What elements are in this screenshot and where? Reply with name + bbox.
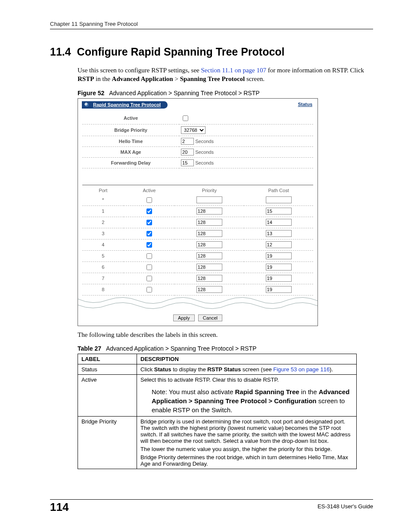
- port-priority-input[interactable]: [196, 241, 222, 248]
- port-pathcost-input[interactable]: [266, 219, 292, 226]
- fwd-delay-input[interactable]: [181, 159, 194, 166]
- page-footer: 114 ES-3148 User's Guide: [50, 499, 373, 514]
- port-pathcost-input[interactable]: [266, 275, 292, 282]
- port-priority-input[interactable]: [196, 219, 222, 226]
- port-pathcost-input[interactable]: [266, 208, 292, 215]
- port-pathcost-input[interactable]: [266, 264, 292, 271]
- cell-priority: [174, 284, 244, 295]
- bridge-priority-select[interactable]: 32768: [181, 126, 206, 134]
- port-priority-input[interactable]: [196, 264, 222, 271]
- cell-path: [244, 228, 313, 239]
- cell-path: [244, 284, 313, 295]
- table-caption: Table 27 Advanced Application > Spanning…: [78, 345, 373, 352]
- table-row: 7: [82, 273, 313, 284]
- section-heading: 11.4 Configure Rapid Spanning Tree Proto…: [50, 46, 373, 58]
- port-priority-input[interactable]: [196, 208, 222, 215]
- table-intro-paragraph: The following table describes the labels…: [78, 330, 373, 339]
- port-priority-input[interactable]: [196, 196, 222, 203]
- status-link[interactable]: Status: [298, 102, 312, 107]
- port-pathcost-input[interactable]: [266, 252, 292, 259]
- port-table: Port Active Priority Path Cost *12345678: [82, 185, 313, 296]
- torn-edge-icon: [78, 296, 318, 310]
- cell-port: 4: [82, 239, 124, 250]
- apply-button[interactable]: Apply: [173, 314, 195, 321]
- cell-port: 1: [82, 205, 124, 217]
- label-fwd-delay: Forwarding Delay: [82, 157, 179, 168]
- label-active: Active: [82, 112, 179, 124]
- cell-label: Status: [78, 364, 137, 374]
- port-pathcost-input[interactable]: [266, 286, 292, 293]
- port-priority-input[interactable]: [196, 230, 222, 237]
- table-row: 6: [82, 261, 313, 273]
- cell-description: Click Status to display the RSTP Status …: [137, 364, 357, 374]
- text: screen.: [245, 75, 265, 82]
- col-port: Port: [82, 185, 124, 195]
- cell-port: *: [82, 195, 124, 206]
- guide-name: ES-3148 User's Guide: [318, 503, 373, 510]
- text: in the: [94, 75, 112, 82]
- port-active-checkbox[interactable]: [146, 287, 152, 292]
- port-active-checkbox[interactable]: [146, 276, 152, 281]
- cell-active: [124, 205, 174, 217]
- cell-path: [244, 273, 313, 284]
- xref-section-11-1[interactable]: Section 11.1 on page 107: [201, 67, 266, 74]
- cell-active: [124, 217, 174, 228]
- port-priority-input[interactable]: [196, 252, 222, 259]
- port-priority-input[interactable]: [196, 286, 222, 293]
- hello-time-input[interactable]: [181, 138, 194, 145]
- cell-priority: [174, 205, 244, 217]
- table-row: 5: [82, 250, 313, 261]
- port-active-checkbox[interactable]: [146, 231, 152, 236]
- port-active-checkbox[interactable]: [146, 242, 152, 248]
- port-active-checkbox[interactable]: [146, 208, 152, 214]
- table-row: Bridge Priority Bridge priority is used …: [78, 416, 357, 469]
- text-bold: Advanced Application: [112, 75, 173, 82]
- port-pathcost-input[interactable]: [266, 196, 292, 203]
- port-active-checkbox[interactable]: [146, 253, 152, 259]
- label-description-table: LABEL DESCRIPTION Status Click Status to…: [78, 354, 357, 469]
- text-bold: RSTP Status: [207, 366, 241, 373]
- cell-port: 2: [82, 217, 124, 228]
- cell-label: Active: [78, 374, 137, 416]
- running-head: Chapter 11 Spanning Tree Protocol: [50, 21, 373, 29]
- port-active-checkbox[interactable]: [146, 220, 152, 225]
- text: in the: [299, 388, 319, 395]
- cell-active: [124, 239, 174, 250]
- active-checkbox[interactable]: [183, 115, 188, 121]
- table-row: *: [82, 195, 313, 206]
- text: Bridge priority is used in determining t…: [140, 418, 353, 444]
- col-label: LABEL: [78, 354, 137, 364]
- text: The lower the numeric value you assign, …: [140, 446, 353, 452]
- cell-priority: [174, 195, 244, 206]
- table-row: 4: [82, 239, 313, 250]
- cell-active: [124, 195, 174, 206]
- seconds-label: Seconds: [195, 160, 214, 165]
- screen-title-tab: Rapid Spanning Tree Protocol: [82, 101, 168, 109]
- label-hello-time: Hello Time: [82, 136, 179, 146]
- text-bold: RSTP: [78, 75, 94, 82]
- text: Use this screen to configure RSTP settin…: [78, 67, 201, 74]
- text: Select this to activate RSTP. Clear this…: [140, 376, 353, 383]
- cell-active: [124, 284, 174, 295]
- figure-caption-text: Advanced Application > Spanning Tree Pro…: [109, 90, 259, 96]
- max-age-input[interactable]: [181, 149, 194, 156]
- cell-port: 3: [82, 228, 124, 239]
- port-priority-input[interactable]: [196, 275, 222, 282]
- port-pathcost-input[interactable]: [266, 241, 292, 248]
- text: Click: [140, 366, 154, 373]
- cell-priority: [174, 261, 244, 273]
- text: >: [173, 75, 180, 82]
- cancel-button[interactable]: Cancel: [198, 314, 222, 321]
- port-active-checkbox[interactable]: [146, 264, 152, 270]
- table-row: Status Click Status to display the RSTP …: [78, 364, 357, 374]
- col-active: Active: [124, 185, 174, 195]
- cell-active: [124, 261, 174, 273]
- table-row: Active Select this to activate RSTP. Cle…: [78, 374, 357, 416]
- table-row: 1: [82, 205, 313, 217]
- intro-paragraph: Use this screen to configure RSTP settin…: [78, 66, 373, 84]
- port-pathcost-input[interactable]: [266, 230, 292, 237]
- cell-label: Bridge Priority: [78, 416, 137, 469]
- xref-figure-53[interactable]: Figure 53 on page 116: [273, 366, 330, 373]
- port-active-checkbox[interactable]: [146, 197, 152, 203]
- seconds-label: Seconds: [195, 149, 214, 155]
